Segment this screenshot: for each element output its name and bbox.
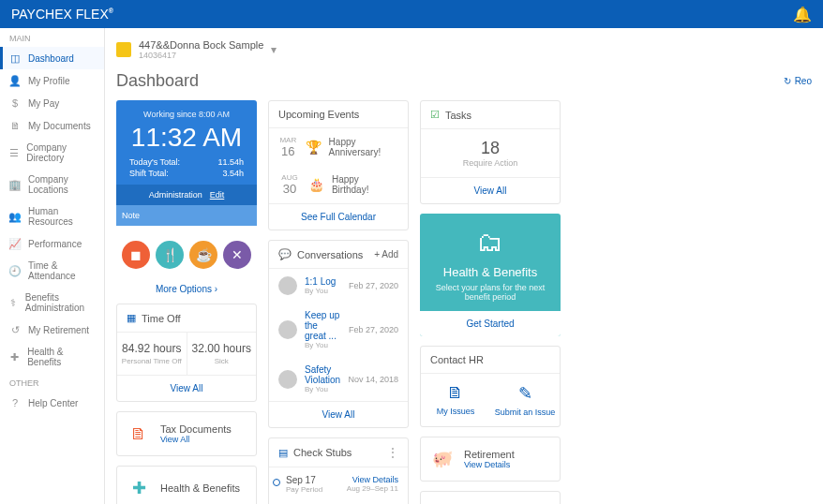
sidebar: MAIN ◫Dashboard👤My Profile$My Pay🗎My Doc… <box>0 28 105 504</box>
account-name: 447&&Donna Bock Sample <box>139 39 263 51</box>
conversations-card: 💬Conversations + Add 1:1 LogBy YouFeb 27… <box>268 240 409 428</box>
top-bar: PAYCHEX FLEX® 🔔 <box>0 0 823 28</box>
tasks-count: 18 <box>430 139 550 158</box>
event-icon: 🏆 <box>306 140 322 155</box>
sidebar-item-help-center[interactable]: ?Help Center <box>0 392 104 414</box>
check-icon: ☑ <box>430 109 440 121</box>
nav-icon: 📈 <box>9 238 21 249</box>
conversation-row[interactable]: Keep up the great ...By YouFeb 27, 2020 <box>269 303 408 357</box>
working-since: Working since 8:00 AM <box>126 110 247 119</box>
check-stubs-card: ▤Check Stubs ⋮ Sep 17Pay PeriodView Deta… <box>268 437 409 504</box>
nav-icon: 🗎 <box>9 120 21 131</box>
my-issues[interactable]: 🗎My Issues <box>421 374 490 426</box>
event-icon: 🎂 <box>308 177 324 192</box>
timeoff-card: ▦Time Off 84.92 hoursPersonal Time Off 3… <box>116 304 257 402</box>
add-conversation[interactable]: + Add <box>374 249 398 259</box>
account-icon <box>116 42 131 57</box>
sidebar-item-health-benefits[interactable]: ✚Health & Benefits <box>0 341 104 373</box>
nav-icon: $ <box>9 97 21 109</box>
pencil-icon: ✎ <box>494 383 556 404</box>
document-icon: 🗎 <box>425 383 486 403</box>
get-started-button[interactable]: Get Started <box>420 311 561 336</box>
sidebar-item-performance[interactable]: 📈Performance <box>0 232 104 255</box>
nav-icon: 🏢 <box>9 179 21 190</box>
punch-stop-button[interactable]: ◼ <box>122 241 150 269</box>
tasks-viewall[interactable]: View All <box>421 177 560 203</box>
sidebar-item-my-pay[interactable]: $My Pay <box>0 92 104 114</box>
time-admin: AdministrationEdit <box>116 185 257 205</box>
brand-logo: PAYCHEX FLEX® <box>11 7 113 22</box>
timeoff-viewall[interactable]: View All <box>117 375 256 401</box>
events-card: Upcoming Events MAR16🏆Happy Anniversary!… <box>268 100 409 230</box>
calendar-icon: ▦ <box>127 312 136 324</box>
notifications-icon[interactable]: 🔔 <box>793 6 812 23</box>
more-options-link[interactable]: More Options › <box>116 284 257 294</box>
main-content: 447&&Donna Bock Sample 14036417 ▾ Dashbo… <box>105 28 823 504</box>
nav-section-main: MAIN <box>0 28 104 47</box>
see-calendar-link[interactable]: See Full Calendar <box>269 203 408 230</box>
nav-icon: ☰ <box>9 147 19 158</box>
folder-plus-icon: 🗂 <box>429 227 551 258</box>
conversation-row[interactable]: 1:1 LogBy YouFeb 27, 2020 <box>269 269 408 303</box>
health-benefits-card[interactable]: ✚ Health & Benefits <box>116 466 257 504</box>
nav-icon: ⚕ <box>9 297 18 308</box>
sidebar-item-benefits-administration[interactable]: ⚕Benefits Administration <box>0 287 104 319</box>
sidebar-item-my-profile[interactable]: 👤My Profile <box>0 69 104 92</box>
chevron-down-icon: ▾ <box>271 43 277 56</box>
nav-icon: 👤 <box>9 75 21 86</box>
nav-icon: ↺ <box>9 324 21 335</box>
sidebar-item-dashboard[interactable]: ◫Dashboard <box>0 47 104 69</box>
punch-buttons: ◼ 🍴 ☕ ✕ <box>116 241 257 269</box>
tax-documents-card[interactable]: 🗎 Tax DocumentsView All <box>116 411 257 456</box>
view-details-link[interactable]: View Details <box>347 475 398 484</box>
check-icon: ▤ <box>278 447 288 459</box>
tasks-card: ☑Tasks 18Require Action View All <box>420 100 561 204</box>
benefits-promo: 🗂 Health & Benefits Select your plans fo… <box>420 214 561 336</box>
avatar <box>278 320 297 339</box>
avatar <box>278 370 297 389</box>
time-note[interactable]: Note <box>116 205 257 226</box>
chat-icon: 💬 <box>278 248 292 260</box>
sidebar-item-my-documents[interactable]: 🗎My Documents <box>0 114 104 137</box>
nav-icon: ◫ <box>9 52 21 64</box>
piggy-bank-icon: 🐖 <box>430 447 455 471</box>
nav-icon: ✚ <box>9 351 20 363</box>
avatar <box>278 276 297 295</box>
submit-issue[interactable]: ✎Submit an Issue <box>490 374 560 426</box>
training-card[interactable]: 📚 TrainingTake me there ⧉ <box>420 491 561 504</box>
conversations-viewall[interactable]: View All <box>269 401 408 427</box>
punch-transfer-button[interactable]: ✕ <box>223 241 251 269</box>
nav-section-other: OTHER <box>0 373 104 392</box>
time-card: Working since 8:00 AM 11:32 AM Today's T… <box>116 100 257 226</box>
sidebar-item-company-directory[interactable]: ☰Company Directory <box>0 137 104 169</box>
sidebar-item-human-resources[interactable]: 👥Human Resources <box>0 200 104 232</box>
event-row[interactable]: AUG30🎂Happy Birthday! <box>269 166 408 203</box>
account-id: 14036417 <box>139 51 263 60</box>
sidebar-item-time-attendance[interactable]: 🕘Time & Attendance <box>0 255 104 287</box>
nav-icon: 🕘 <box>9 265 21 276</box>
conversation-row[interactable]: Safety ViolationBy YouNov 14, 2018 <box>269 357 408 401</box>
account-switcher[interactable]: 447&&Donna Bock Sample 14036417 ▾ <box>116 36 812 67</box>
nav-icon: 👥 <box>9 211 21 222</box>
edit-link[interactable]: Edit <box>210 190 225 200</box>
current-time: 11:32 AM <box>126 123 247 153</box>
contact-hr-card: Contact HR 🗎My Issues ✎Submit an Issue <box>420 346 561 427</box>
document-icon: 🗎 <box>127 422 151 446</box>
event-row[interactable]: MAR16🏆Happy Anniversary! <box>269 128 408 166</box>
check-stub-row[interactable]: Sep 17Pay PeriodView DetailsAug 29–Sep 1… <box>269 467 408 501</box>
medical-icon: ✚ <box>127 476 151 500</box>
punch-meal-button[interactable]: 🍴 <box>156 241 184 269</box>
retirement-card[interactable]: 🐖 RetirementView Details <box>420 437 561 482</box>
nav-icon: ? <box>9 397 21 408</box>
more-icon[interactable]: ⋮ <box>387 446 398 459</box>
punch-break-button[interactable]: ☕ <box>189 241 217 269</box>
reload-button[interactable]: ↻ Reo <box>784 76 812 86</box>
page-title: Dashboard <box>116 71 199 91</box>
sidebar-item-my-retirement[interactable]: ↺My Retirement <box>0 319 104 341</box>
sidebar-item-company-locations[interactable]: 🏢Company Locations <box>0 169 104 200</box>
